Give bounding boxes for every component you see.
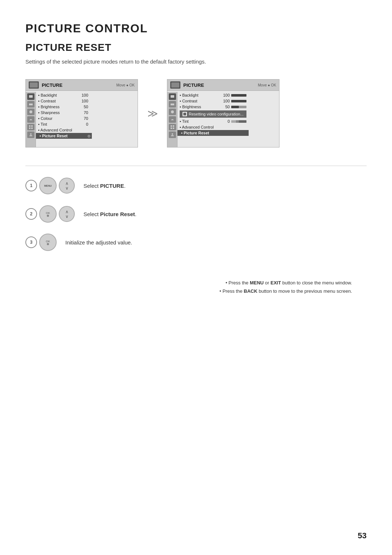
sidebar-icon-r1 [169, 93, 176, 100]
svg-point-2 [29, 110, 32, 113]
resetting-text: Resetting video configuration... [189, 112, 244, 116]
step-3-text: Initialize the adjusted value. [65, 239, 132, 246]
nav-button-1: ∧ ∨ [59, 178, 75, 194]
sidebar-icon-1 [27, 93, 34, 100]
sidebar-icon-r5 [169, 124, 176, 130]
menu-left-title: PICTURE [42, 82, 117, 88]
tv-icon-left [29, 81, 39, 89]
sidebar-icon-6 [27, 131, 34, 138]
step-3-row: 3 OK Initialize the adjusted value. [25, 234, 367, 251]
menu-left: PICTURE Move ● OK [25, 79, 138, 147]
menu-item-reset-right: • Picture Reset [177, 130, 249, 136]
nav-button-2: ∧ ∨ [59, 206, 75, 222]
sidebar-icon-2 [27, 101, 34, 108]
menu-right-title: PICTURE [183, 82, 258, 88]
section-title: PICTURE RESET [25, 42, 367, 53]
step-1-buttons: MENU ∧ ∨ [39, 177, 75, 194]
svg-point-15 [172, 133, 173, 135]
step-1-number: 1 [25, 180, 37, 191]
menu-item-contrast-left: • Contrast 100 [38, 98, 90, 104]
menu-button: MENU [39, 177, 57, 194]
sidebar-icon-5 [27, 124, 34, 130]
menu-right-sidebar [167, 92, 177, 147]
footer-notes: • Press the MENU or EXIT button to close… [25, 280, 367, 294]
step-2-number: 2 [25, 208, 37, 220]
page-title: PICTURE CONTROL [25, 22, 367, 35]
menu-right-content: • Backlight 100 • Contrast 100 • Brightn… [177, 91, 249, 147]
svg-point-7 [30, 133, 32, 135]
menus-illustration: PICTURE Move ● OK [25, 79, 367, 147]
menu-right-nav: Move ● OK [258, 83, 277, 87]
svg-rect-8 [171, 95, 174, 98]
menu-item-reset-left: • Picture Reset ⊙ [36, 133, 92, 139]
menu-item-brightness-right: • Brightness 50 [180, 104, 246, 110]
svg-rect-11 [171, 125, 172, 127]
sidebar-icon-r2 [169, 101, 176, 108]
step-3-buttons: OK [39, 234, 57, 251]
menu-left-nav: Move ● OK [117, 83, 135, 87]
menu-left-content: • Backlight 100 • Contrast 100 • Brightn… [36, 91, 92, 147]
svg-rect-4 [31, 125, 33, 127]
footer-note-2: • Press the BACK button to move to the p… [25, 288, 352, 294]
description: Settings of the selected picture modes r… [25, 58, 367, 65]
divider [25, 166, 367, 166]
svg-rect-9 [171, 104, 174, 105]
menu-item-tint-right: • Tint 0 [180, 118, 246, 124]
menu-right: PICTURE Move ● OK [167, 79, 279, 147]
sidebar-icon-4 [27, 116, 34, 123]
step-2-row: 2 OK ∧ ∨ Select Picture Reset. [25, 205, 367, 223]
menu-item-advanced-right: • Advanced Control [180, 124, 246, 130]
step-2-text: Select Picture Reset. [83, 211, 136, 217]
menu-item-sharpness-left: • Sharpness 70 [38, 110, 90, 116]
tv-icon-right [170, 81, 180, 89]
svg-rect-5 [29, 127, 30, 129]
menu-item-backlight-right: • Backlight 100 [180, 92, 246, 98]
resetting-icon [183, 112, 187, 116]
step-2-buttons: OK ∧ ∨ [39, 205, 75, 223]
ok-button-2: OK [39, 205, 57, 223]
ok-button-3: OK [39, 234, 57, 251]
sidebar-icon-r6 [169, 131, 176, 138]
menu-item-advanced-left: • Advanced Control [38, 127, 90, 133]
menu-left-sidebar [26, 92, 36, 147]
sidebar-icon-r3 [169, 109, 176, 115]
svg-rect-13 [171, 127, 172, 129]
svg-rect-3 [29, 125, 30, 127]
svg-point-10 [171, 110, 174, 113]
page-number: 53 [358, 531, 367, 540]
svg-rect-14 [173, 127, 174, 129]
menu-item-tint-left: • Tint 0 [38, 121, 90, 127]
menu-item-contrast-right: • Contrast 100 [180, 98, 246, 104]
footer-note-1: • Press the MENU or EXIT button to close… [25, 280, 352, 285]
sidebar-icon-3 [27, 109, 34, 115]
resetting-overlay: Resetting video configuration... [180, 110, 246, 118]
menu-item-brightness-left: • Brightness 50 [38, 104, 90, 110]
arrow-right-icon: ≫ [145, 108, 160, 119]
svg-rect-0 [29, 95, 33, 98]
steps-section: 1 MENU ∧ ∨ Select PICTURE. 2 [25, 177, 367, 251]
svg-rect-6 [31, 127, 33, 129]
step-1-text: Select PICTURE. [83, 183, 126, 189]
sidebar-icon-r4 [169, 116, 176, 123]
step-3-number: 3 [25, 236, 37, 248]
step-1-row: 1 MENU ∧ ∨ Select PICTURE. [25, 177, 367, 194]
menu-item-backlight-left: • Backlight 100 [38, 92, 90, 98]
menu-item-colour-left: • Colour 70 [38, 116, 90, 121]
svg-rect-1 [29, 104, 33, 105]
svg-rect-12 [173, 125, 174, 127]
